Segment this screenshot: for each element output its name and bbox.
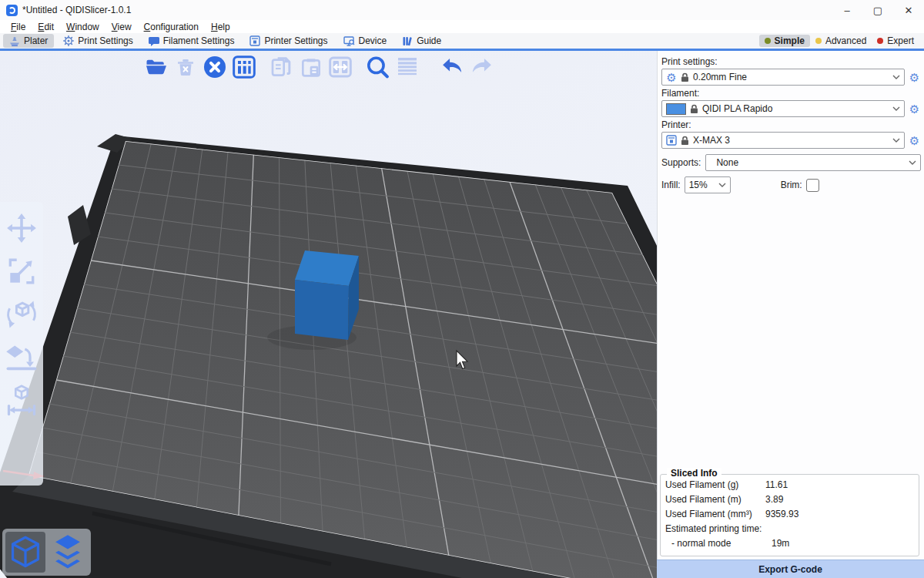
tab-label: Device	[359, 35, 387, 46]
chevron-down-icon	[909, 160, 916, 165]
mode-switcher: Simple Advanced Expert	[759, 35, 919, 47]
expert-dot-icon	[877, 38, 883, 44]
arrange-icon	[232, 55, 256, 79]
scale-icon	[5, 255, 38, 287]
redo-button[interactable]	[469, 54, 494, 79]
sliced-label: Used Filament (g)	[665, 478, 765, 492]
search-icon	[365, 54, 390, 80]
gear-icon	[63, 35, 74, 46]
preview-layers-view-button[interactable]	[49, 532, 89, 573]
sliced-row-filament-m: Used Filament (m) 3.89	[665, 492, 914, 507]
lock-icon	[681, 136, 689, 146]
tab-print-settings[interactable]: Print Settings	[57, 34, 139, 48]
print-settings-value: 0.20mm Fine	[693, 72, 889, 82]
filament-icon	[149, 36, 159, 46]
maximize-button[interactable]: ▢	[862, 0, 893, 20]
layers-view-icon	[50, 533, 85, 572]
chevron-down-icon	[892, 75, 900, 79]
menu-help[interactable]: Help	[205, 22, 236, 32]
redo-icon	[469, 54, 494, 80]
filament-color-swatch	[666, 103, 686, 115]
print-settings-label: Print settings:	[661, 56, 921, 67]
mode-label: Advanced	[825, 35, 866, 46]
menu-bar: File Edit Window View Configuration Help	[0, 20, 924, 33]
guide-icon	[402, 36, 413, 46]
device-icon	[343, 36, 355, 46]
window-title: *Untitled - QIDISlicer-1.0.1	[22, 5, 131, 15]
qidislicer-window: *Untitled - QIDISlicer-1.0.1 – ▢ ✕ File …	[0, 0, 924, 578]
tab-filament-settings[interactable]: Filament Settings	[142, 34, 241, 48]
filament-label: Filament:	[661, 88, 921, 99]
infill-combo[interactable]: 15%	[685, 176, 731, 193]
split-instances-button[interactable]	[327, 54, 353, 79]
brim-checkbox[interactable]	[806, 179, 819, 192]
close-button[interactable]: ✕	[893, 0, 924, 20]
chevron-down-icon	[892, 106, 900, 111]
mode-simple[interactable]: Simple	[759, 35, 810, 47]
print-settings-combo[interactable]: ⚙ 0.20mm Fine	[661, 69, 905, 86]
tab-printer-settings[interactable]: Printer Settings	[243, 34, 333, 48]
paste-button[interactable]	[298, 54, 323, 79]
app-logo-icon	[6, 5, 18, 16]
gizmo-toolbar	[0, 202, 43, 486]
rotate-icon	[5, 297, 38, 331]
lock-icon	[681, 72, 689, 82]
infill-value: 15%	[689, 180, 714, 190]
supports-value: None	[710, 157, 905, 168]
measure-icon	[5, 384, 38, 418]
mode-advanced[interactable]: Advanced	[810, 35, 872, 47]
filament-combo[interactable]: QIDI PLA Rapido	[661, 100, 905, 117]
tab-label: Guide	[417, 35, 441, 46]
open-file-button[interactable]	[143, 54, 169, 79]
place-on-face-button[interactable]	[5, 341, 38, 375]
sliced-row-filament-g: Used Filament (g) 11.61	[665, 478, 914, 492]
measure-button[interactable]	[5, 384, 38, 418]
undo-button[interactable]	[440, 54, 465, 79]
editor-3d-view-button[interactable]	[5, 532, 45, 573]
lock-icon	[690, 104, 698, 114]
chevron-down-icon	[892, 138, 900, 143]
supports-label: Supports:	[661, 157, 701, 168]
printer-icon	[666, 135, 677, 146]
sliced-info-box: Sliced Info Used Filament (g) 11.61 Used…	[660, 474, 919, 556]
mode-expert[interactable]: Expert	[872, 35, 919, 47]
tab-label: Plater	[24, 35, 48, 46]
viewport-3d[interactable]	[0, 51, 657, 578]
split-objects-icon	[328, 55, 353, 79]
printer-combo[interactable]: X-MAX 3	[661, 132, 905, 149]
arrange-button[interactable]	[231, 54, 256, 79]
sliced-value: 9359.93	[765, 507, 798, 522]
printer-value: X-MAX 3	[693, 135, 889, 146]
menu-window[interactable]: Window	[60, 22, 105, 32]
model-cube[interactable]	[295, 250, 359, 340]
brim-label: Brim:	[781, 180, 802, 190]
mode-label: Simple	[775, 35, 805, 46]
tab-plater[interactable]: Plater	[3, 34, 54, 48]
minimize-button[interactable]: –	[832, 0, 862, 20]
move-button[interactable]	[5, 211, 38, 245]
edit-print-settings-button[interactable]: ⚙	[908, 71, 921, 84]
menu-edit[interactable]: Edit	[32, 22, 60, 32]
sliced-value: 19m	[772, 536, 789, 551]
supports-combo[interactable]: None	[705, 154, 921, 171]
viewport-3d-scene[interactable]	[0, 51, 657, 578]
delete-all-button[interactable]	[202, 54, 227, 79]
edit-printer-button[interactable]: ⚙	[908, 134, 921, 147]
variable-layer-height-button[interactable]	[394, 54, 420, 79]
menu-file[interactable]: File	[5, 22, 32, 32]
tab-guide[interactable]: Guide	[396, 34, 447, 48]
copy-button[interactable]	[269, 54, 294, 79]
search-button[interactable]	[365, 54, 390, 79]
delete-button[interactable]	[172, 54, 198, 79]
printer-icon	[249, 35, 260, 46]
menu-view[interactable]: View	[105, 22, 138, 32]
edit-filament-button[interactable]: ⚙	[908, 102, 921, 116]
scale-button[interactable]	[5, 254, 38, 288]
export-gcode-button[interactable]: Export G-code	[657, 560, 924, 578]
sliced-row-time-normal: - normal mode 19m	[665, 536, 914, 551]
menu-configuration[interactable]: Configuration	[138, 22, 205, 32]
simple-dot-icon	[765, 38, 771, 44]
move-icon	[5, 212, 38, 244]
tab-device[interactable]: Device	[337, 34, 393, 48]
rotate-button[interactable]	[5, 297, 38, 331]
